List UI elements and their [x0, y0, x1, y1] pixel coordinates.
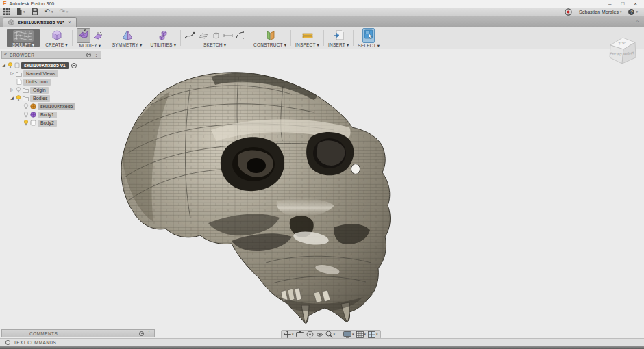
comments-more-icon[interactable]: ⋮: [147, 331, 151, 336]
collapse-panel-icon[interactable]: «: [4, 52, 7, 57]
crease-icon[interactable]: [93, 31, 103, 40]
app-grid-icon[interactable]: [3, 8, 10, 15]
job-status-icon[interactable]: [565, 8, 572, 16]
tree-row-body2[interactable]: Body2: [1, 119, 101, 127]
viewports-button[interactable]: ▾: [368, 331, 378, 338]
bulb-on-icon[interactable]: [8, 62, 13, 68]
utilities-label: UTILITIES: [150, 42, 172, 47]
redo-caret-icon: ▾: [66, 10, 69, 14]
window-bottom-edge: [0, 346, 644, 349]
origin-label[interactable]: Origin: [30, 87, 49, 94]
tree-row-named-views[interactable]: ▷ Named Views: [1, 70, 101, 77]
line-icon[interactable]: [223, 32, 233, 39]
ribbon-group-inspect[interactable]: INSPECT ▾: [291, 27, 323, 49]
symmetry-caret-icon: ▾: [140, 42, 142, 47]
edit-form-icon: [78, 29, 89, 39]
sculpt-mesh-icon: [13, 30, 34, 42]
folder-icon: [23, 88, 29, 93]
bulb-on-icon[interactable]: [23, 120, 29, 126]
camera-box-button[interactable]: [296, 331, 304, 337]
slice-icon[interactable]: [212, 31, 221, 40]
construct-planes-icon: [265, 30, 275, 41]
document-tab[interactable]: skul100Kfixed5 v1* ×: [3, 17, 77, 27]
tab-close-icon[interactable]: ×: [68, 20, 71, 25]
named-views-label[interactable]: Named Views: [23, 70, 58, 77]
ribbon-group-utilities[interactable]: UTILITIES ▾: [146, 27, 180, 49]
ribbon-group-insert[interactable]: INSERT ▾: [324, 27, 353, 49]
body2-label[interactable]: Body2: [38, 120, 57, 127]
skull-body-label[interactable]: skul100Kfixed5: [38, 103, 75, 110]
tree-row-body1[interactable]: Body1: [1, 111, 101, 118]
pan-caret-icon: ▾: [292, 333, 294, 336]
tree-row-skull-body[interactable]: skul100Kfixed5: [1, 103, 101, 110]
bulb-on-icon[interactable]: [16, 95, 21, 101]
tree-row-bodies[interactable]: ◢ Bodies: [1, 94, 101, 102]
zoom-button[interactable]: ▾: [325, 331, 336, 338]
tree-row-units[interactable]: Units: mm: [1, 78, 101, 86]
bodies-label[interactable]: Bodies: [30, 95, 50, 102]
ribbon-group-construct[interactable]: CONSTRUCT ▾: [249, 27, 290, 49]
browser-title: BROWSER: [10, 53, 84, 57]
tspline-body-icon: [30, 112, 36, 118]
document-icon: [16, 79, 22, 85]
save-button[interactable]: [32, 8, 38, 15]
comments-settings-icon[interactable]: [139, 331, 144, 336]
expand-icon[interactable]: ▷: [10, 71, 14, 76]
ribbon-group-symmetry[interactable]: SYMMETRY ▾: [108, 27, 147, 49]
activate-component-radio[interactable]: [71, 63, 77, 68]
solid-body-icon: [30, 120, 36, 126]
sketch-caret-icon: ▾: [224, 42, 226, 47]
workspace-selector-sculpt[interactable]: SCULPT ▾: [7, 29, 40, 47]
expand-icon[interactable]: ◢: [1, 63, 6, 68]
panel-collapse-chevron-icon[interactable]: ^: [636, 18, 639, 25]
project-icon[interactable]: [198, 31, 209, 40]
edit-form-button[interactable]: [77, 28, 90, 43]
skull-3d-model[interactable]: [108, 64, 399, 328]
create-box-icon: [51, 30, 62, 41]
pan-button[interactable]: ▾: [284, 331, 294, 338]
look-at-button[interactable]: [316, 331, 323, 338]
ribbon-toolbar: SCULPT ▾ CREATE ▾: [0, 27, 644, 49]
modify-caret-icon: ▾: [99, 43, 101, 48]
browser-more-icon[interactable]: ⋮: [94, 52, 99, 57]
create-caret-icon: ▾: [65, 42, 67, 47]
tree-row-root[interactable]: ◢ skul100Kfixed5 v1: [1, 62, 101, 69]
browser-tree: ◢ skul100Kfixed5 v1 ▷ Named Views: [1, 62, 101, 127]
file-menu-button[interactable]: ▾: [16, 8, 25, 15]
orbit-button[interactable]: [306, 331, 314, 338]
bulb-off-icon[interactable]: [23, 112, 29, 118]
close-button[interactable]: ×: [634, 1, 637, 8]
text-commands-bar[interactable]: TEXT COMMANDS: [0, 338, 644, 346]
view-cube[interactable]: TOP FRONT RIGHT: [604, 31, 640, 71]
body1-label[interactable]: Body1: [38, 112, 57, 118]
user-menu[interactable]: Sebastian Morales ▾: [579, 10, 622, 14]
help-menu[interactable]: ? ▾: [628, 9, 638, 15]
display-settings-button[interactable]: ▾: [343, 331, 354, 338]
ribbon-group-create[interactable]: CREATE ▾: [41, 27, 72, 49]
toolbar-grip-handle[interactable]: [3, 32, 5, 44]
browser-header[interactable]: « BROWSER ⋮: [1, 51, 101, 59]
arc-icon[interactable]: [236, 31, 245, 40]
comments-panel[interactable]: COMMENTS ⋮: [1, 329, 155, 337]
camera-box-icon: [296, 331, 304, 337]
grid-snaps-button[interactable]: ▾: [356, 331, 367, 338]
expand-icon[interactable]: ▷: [10, 88, 14, 92]
spline-icon[interactable]: [185, 31, 195, 40]
select-button[interactable]: [362, 28, 375, 43]
undo-button[interactable]: ↶ ▾: [45, 8, 53, 15]
maximize-button[interactable]: □: [621, 1, 624, 8]
root-component-label[interactable]: skul100Kfixed5 v1: [21, 62, 69, 69]
ribbon-group-sketch[interactable]: SKETCH ▾: [181, 27, 249, 49]
bulb-off-icon[interactable]: [16, 87, 21, 93]
bulb-off-icon[interactable]: [23, 103, 29, 109]
viewport-canvas[interactable]: « BROWSER ⋮ ◢ skul100Kfixed5 v1 ▷: [0, 49, 644, 338]
units-label[interactable]: Units: mm: [23, 79, 51, 86]
redo-button[interactable]: ↷ ▾: [59, 8, 68, 15]
expand-icon[interactable]: ◢: [10, 96, 14, 101]
minimize-button[interactable]: –: [608, 1, 611, 8]
ribbon-group-modify[interactable]: MODIFY ▾: [73, 27, 108, 49]
inspect-label: INSPECT: [295, 42, 315, 47]
browser-settings-icon[interactable]: [86, 53, 91, 57]
ribbon-group-select[interactable]: SELECT ▾: [354, 27, 384, 49]
tree-row-origin[interactable]: ▷ Origin: [1, 86, 101, 94]
